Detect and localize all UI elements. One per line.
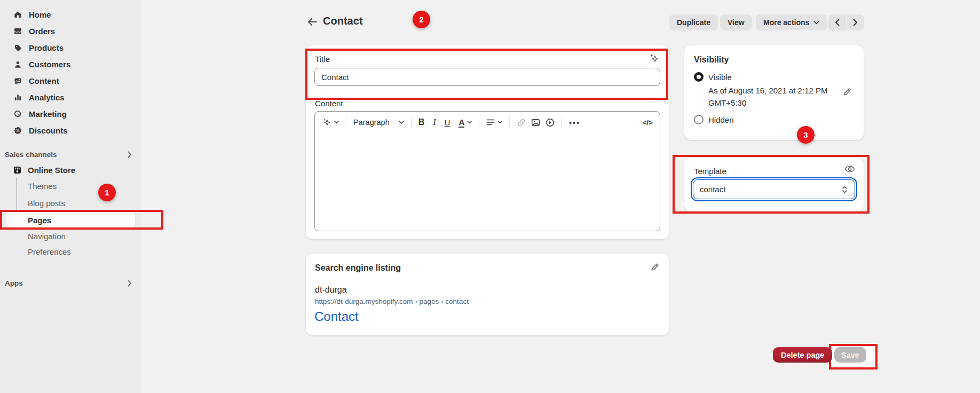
annotation-step-2: 2 — [413, 11, 430, 28]
chevron-right-icon — [853, 19, 858, 26]
products-icon — [13, 43, 22, 52]
link-button[interactable] — [517, 118, 526, 127]
delete-page-button[interactable]: Delete page — [773, 347, 832, 363]
more-actions-button[interactable]: More actions — [756, 14, 827, 30]
chevron-right-icon — [128, 280, 132, 287]
toolbar-divider — [411, 116, 412, 128]
seo-site-name: dt-durga — [315, 285, 347, 295]
seo-result-title-link[interactable]: Contact — [314, 309, 359, 324]
sidebar-item-orders[interactable]: Orders — [0, 23, 140, 40]
image-icon — [531, 118, 540, 127]
sidebar-item-content[interactable]: Content — [0, 73, 140, 89]
text-color-label: A — [459, 117, 464, 128]
sidebar-item-label: Home — [29, 10, 51, 19]
sales-channels-label: Sales channels — [5, 151, 57, 159]
duplicate-button[interactable]: Duplicate — [669, 14, 718, 30]
next-page-button[interactable] — [847, 14, 864, 30]
sidebar-item-products[interactable]: Products — [0, 40, 140, 56]
delete-page-label: Delete page — [781, 351, 824, 359]
sidebar-section-sales-channels[interactable]: Sales channels — [5, 149, 132, 160]
save-button[interactable]: Save — [834, 347, 866, 363]
sidebar-section-apps[interactable]: Apps — [5, 278, 132, 288]
paragraph-label: Paragraph — [353, 118, 390, 127]
sidebar: Home Orders Products Customers — [0, 0, 140, 393]
view-label: View — [728, 18, 745, 27]
rich-text-editor[interactable]: Paragraph B I U A — [314, 111, 660, 231]
play-circle-icon — [546, 118, 555, 127]
online-store-icon — [13, 166, 22, 175]
seo-breadcrumb-url: https://dt-durga.myshopify.com › pages ›… — [315, 297, 469, 305]
sidebar-item-pages[interactable]: Pages — [28, 212, 51, 228]
view-button[interactable]: View — [720, 14, 752, 30]
more-formatting-button[interactable]: ••• — [569, 119, 580, 127]
hidden-radio[interactable] — [694, 115, 704, 124]
arrow-left-icon — [307, 18, 318, 26]
alignment-dropdown[interactable] — [486, 119, 502, 126]
previous-page-button[interactable] — [828, 14, 846, 30]
sidebar-item-preferences[interactable]: Preferences — [28, 243, 71, 260]
paragraph-style-dropdown[interactable]: Paragraph — [353, 118, 404, 127]
hidden-radio-label[interactable]: Hidden — [708, 115, 734, 124]
sidebar-item-label: Online Store — [28, 166, 75, 175]
sidebar-item-label: Themes — [28, 182, 57, 191]
prev-next-pager — [828, 14, 864, 30]
sidebar-item-analytics[interactable]: Analytics — [0, 89, 140, 106]
sidebar-item-home[interactable]: Home — [0, 6, 140, 23]
editor-content-area[interactable] — [315, 133, 660, 232]
sidebar-item-label: Navigation — [28, 232, 66, 241]
toolbar-divider — [346, 116, 346, 128]
back-button[interactable] — [304, 14, 320, 29]
sidebar-item-label: Products — [29, 43, 64, 52]
eye-icon[interactable] — [844, 165, 855, 173]
insert-image-button[interactable] — [531, 118, 540, 127]
ai-sparkle-icon[interactable] — [648, 52, 660, 64]
content-field-label: Content — [315, 99, 343, 108]
sidebar-item-marketing[interactable]: Marketing — [0, 106, 140, 122]
sidebar-item-label: Preferences — [28, 247, 71, 256]
link-icon — [517, 118, 526, 127]
insert-video-button[interactable] — [546, 118, 555, 127]
toolbar-divider — [562, 116, 562, 128]
chevron-down-icon — [399, 121, 404, 124]
sidebar-item-label: Analytics — [29, 93, 65, 102]
shopify-admin-page-editor: Home Orders Products Customers — [0, 0, 980, 393]
edit-pencil-icon[interactable] — [842, 87, 852, 97]
visible-radio-label[interactable]: Visible — [708, 73, 732, 82]
chevron-right-icon — [128, 151, 132, 158]
sidebar-item-label: Discounts — [29, 126, 68, 135]
italic-button[interactable]: I — [433, 117, 436, 127]
sidebar-item-online-store[interactable]: Online Store — [13, 162, 75, 178]
template-select[interactable]: contact — [693, 179, 855, 199]
align-left-icon — [486, 119, 495, 126]
title-input[interactable] — [314, 68, 660, 86]
sidebar-item-blog-posts[interactable]: Blog posts — [28, 195, 65, 211]
edit-pencil-icon[interactable] — [650, 262, 660, 272]
toolbar-divider — [509, 116, 510, 128]
select-chevrons-icon — [841, 185, 848, 194]
discounts-icon — [13, 126, 22, 135]
show-html-button[interactable]: </> — [642, 119, 653, 127]
search-engine-listing-card: Search engine listing dt-durga https://d… — [306, 254, 669, 335]
sidebar-item-discounts[interactable]: Discounts — [0, 122, 140, 139]
chevron-down-icon — [467, 121, 472, 124]
sidebar-item-themes[interactable]: Themes — [28, 178, 57, 194]
chevron-down-icon — [497, 121, 502, 124]
customers-icon — [13, 60, 22, 69]
content-icon — [13, 76, 22, 85]
apps-label: Apps — [5, 279, 23, 287]
sidebar-item-label: Customers — [29, 60, 70, 69]
page-details-card: Title Content Paragraph — [306, 45, 669, 239]
sidebar-item-customers[interactable]: Customers — [0, 56, 140, 73]
visibility-card: Visibility Visible As of August 16, 2021… — [684, 45, 864, 140]
bold-button[interactable]: B — [418, 117, 425, 127]
sidebar-item-navigation[interactable]: Navigation — [28, 228, 66, 244]
ai-assist-button[interactable] — [322, 117, 339, 127]
underline-button[interactable]: U — [445, 118, 451, 127]
seo-card-heading: Search engine listing — [315, 263, 401, 273]
visible-radio[interactable] — [694, 72, 704, 82]
text-color-button[interactable]: A — [459, 117, 472, 128]
sidebar-item-label: Orders — [29, 27, 55, 36]
main-nav: Home Orders Products Customers — [0, 6, 140, 139]
save-label: Save — [841, 351, 859, 359]
template-card: Template contact — [684, 158, 864, 211]
